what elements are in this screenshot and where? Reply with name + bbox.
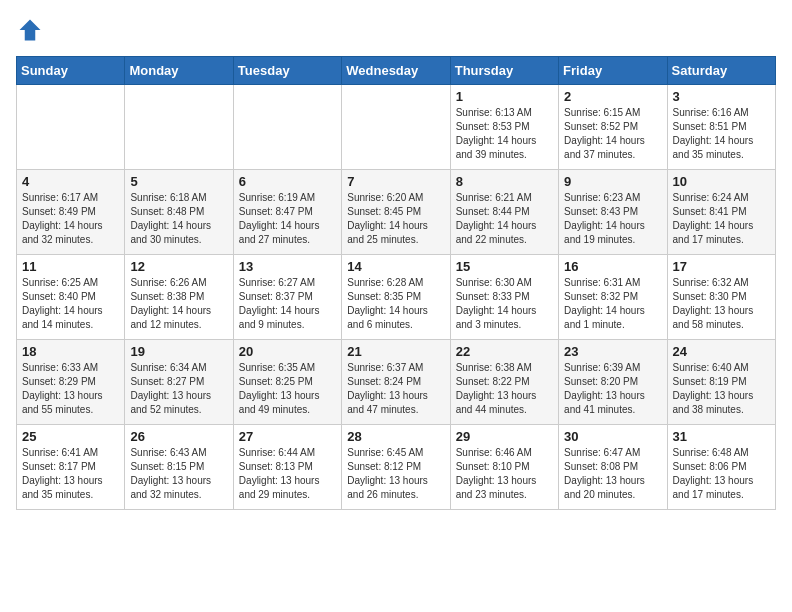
calendar-cell: 6Sunrise: 6:19 AM Sunset: 8:47 PM Daylig… [233,170,341,255]
calendar-cell: 19Sunrise: 6:34 AM Sunset: 8:27 PM Dayli… [125,340,233,425]
day-info: Sunrise: 6:44 AM Sunset: 8:13 PM Dayligh… [239,446,336,502]
day-info: Sunrise: 6:16 AM Sunset: 8:51 PM Dayligh… [673,106,770,162]
week-row-4: 18Sunrise: 6:33 AM Sunset: 8:29 PM Dayli… [17,340,776,425]
calendar-cell: 20Sunrise: 6:35 AM Sunset: 8:25 PM Dayli… [233,340,341,425]
logo-icon [16,16,44,44]
calendar-cell [17,85,125,170]
calendar-cell: 16Sunrise: 6:31 AM Sunset: 8:32 PM Dayli… [559,255,667,340]
calendar-cell: 15Sunrise: 6:30 AM Sunset: 8:33 PM Dayli… [450,255,558,340]
calendar-cell: 5Sunrise: 6:18 AM Sunset: 8:48 PM Daylig… [125,170,233,255]
calendar-cell: 28Sunrise: 6:45 AM Sunset: 8:12 PM Dayli… [342,425,450,510]
day-info: Sunrise: 6:32 AM Sunset: 8:30 PM Dayligh… [673,276,770,332]
day-number: 22 [456,344,553,359]
calendar-cell: 21Sunrise: 6:37 AM Sunset: 8:24 PM Dayli… [342,340,450,425]
calendar-cell: 26Sunrise: 6:43 AM Sunset: 8:15 PM Dayli… [125,425,233,510]
day-info: Sunrise: 6:46 AM Sunset: 8:10 PM Dayligh… [456,446,553,502]
day-number: 13 [239,259,336,274]
calendar-cell: 14Sunrise: 6:28 AM Sunset: 8:35 PM Dayli… [342,255,450,340]
day-info: Sunrise: 6:39 AM Sunset: 8:20 PM Dayligh… [564,361,661,417]
week-row-3: 11Sunrise: 6:25 AM Sunset: 8:40 PM Dayli… [17,255,776,340]
day-info: Sunrise: 6:35 AM Sunset: 8:25 PM Dayligh… [239,361,336,417]
day-number: 16 [564,259,661,274]
header-wednesday: Wednesday [342,57,450,85]
calendar-body: 1Sunrise: 6:13 AM Sunset: 8:53 PM Daylig… [17,85,776,510]
day-info: Sunrise: 6:33 AM Sunset: 8:29 PM Dayligh… [22,361,119,417]
day-info: Sunrise: 6:24 AM Sunset: 8:41 PM Dayligh… [673,191,770,247]
day-info: Sunrise: 6:15 AM Sunset: 8:52 PM Dayligh… [564,106,661,162]
calendar-cell: 2Sunrise: 6:15 AM Sunset: 8:52 PM Daylig… [559,85,667,170]
day-number: 11 [22,259,119,274]
day-info: Sunrise: 6:34 AM Sunset: 8:27 PM Dayligh… [130,361,227,417]
page-header [16,16,776,44]
header-row: SundayMondayTuesdayWednesdayThursdayFrid… [17,57,776,85]
day-info: Sunrise: 6:25 AM Sunset: 8:40 PM Dayligh… [22,276,119,332]
day-number: 20 [239,344,336,359]
day-number: 31 [673,429,770,444]
header-saturday: Saturday [667,57,775,85]
week-row-1: 1Sunrise: 6:13 AM Sunset: 8:53 PM Daylig… [17,85,776,170]
calendar-cell: 12Sunrise: 6:26 AM Sunset: 8:38 PM Dayli… [125,255,233,340]
day-number: 26 [130,429,227,444]
day-number: 2 [564,89,661,104]
day-number: 21 [347,344,444,359]
day-number: 30 [564,429,661,444]
week-row-5: 25Sunrise: 6:41 AM Sunset: 8:17 PM Dayli… [17,425,776,510]
day-number: 9 [564,174,661,189]
calendar-cell: 31Sunrise: 6:48 AM Sunset: 8:06 PM Dayli… [667,425,775,510]
day-number: 6 [239,174,336,189]
calendar-cell [342,85,450,170]
day-number: 25 [22,429,119,444]
day-info: Sunrise: 6:37 AM Sunset: 8:24 PM Dayligh… [347,361,444,417]
svg-marker-0 [20,20,41,41]
day-info: Sunrise: 6:13 AM Sunset: 8:53 PM Dayligh… [456,106,553,162]
day-number: 24 [673,344,770,359]
day-info: Sunrise: 6:17 AM Sunset: 8:49 PM Dayligh… [22,191,119,247]
day-number: 29 [456,429,553,444]
header-thursday: Thursday [450,57,558,85]
day-info: Sunrise: 6:48 AM Sunset: 8:06 PM Dayligh… [673,446,770,502]
day-number: 23 [564,344,661,359]
calendar-header: SundayMondayTuesdayWednesdayThursdayFrid… [17,57,776,85]
day-info: Sunrise: 6:47 AM Sunset: 8:08 PM Dayligh… [564,446,661,502]
calendar-cell: 17Sunrise: 6:32 AM Sunset: 8:30 PM Dayli… [667,255,775,340]
day-number: 14 [347,259,444,274]
day-info: Sunrise: 6:40 AM Sunset: 8:19 PM Dayligh… [673,361,770,417]
calendar-cell: 10Sunrise: 6:24 AM Sunset: 8:41 PM Dayli… [667,170,775,255]
day-info: Sunrise: 6:41 AM Sunset: 8:17 PM Dayligh… [22,446,119,502]
calendar-table: SundayMondayTuesdayWednesdayThursdayFrid… [16,56,776,510]
calendar-cell [233,85,341,170]
day-info: Sunrise: 6:21 AM Sunset: 8:44 PM Dayligh… [456,191,553,247]
day-number: 28 [347,429,444,444]
day-number: 7 [347,174,444,189]
day-info: Sunrise: 6:38 AM Sunset: 8:22 PM Dayligh… [456,361,553,417]
day-info: Sunrise: 6:28 AM Sunset: 8:35 PM Dayligh… [347,276,444,332]
day-number: 10 [673,174,770,189]
header-tuesday: Tuesday [233,57,341,85]
calendar-cell: 22Sunrise: 6:38 AM Sunset: 8:22 PM Dayli… [450,340,558,425]
header-monday: Monday [125,57,233,85]
day-info: Sunrise: 6:19 AM Sunset: 8:47 PM Dayligh… [239,191,336,247]
calendar-cell: 30Sunrise: 6:47 AM Sunset: 8:08 PM Dayli… [559,425,667,510]
calendar-cell: 18Sunrise: 6:33 AM Sunset: 8:29 PM Dayli… [17,340,125,425]
day-number: 4 [22,174,119,189]
day-number: 17 [673,259,770,274]
day-info: Sunrise: 6:23 AM Sunset: 8:43 PM Dayligh… [564,191,661,247]
day-info: Sunrise: 6:31 AM Sunset: 8:32 PM Dayligh… [564,276,661,332]
calendar-cell: 24Sunrise: 6:40 AM Sunset: 8:19 PM Dayli… [667,340,775,425]
week-row-2: 4Sunrise: 6:17 AM Sunset: 8:49 PM Daylig… [17,170,776,255]
calendar-cell: 4Sunrise: 6:17 AM Sunset: 8:49 PM Daylig… [17,170,125,255]
calendar-cell: 3Sunrise: 6:16 AM Sunset: 8:51 PM Daylig… [667,85,775,170]
header-friday: Friday [559,57,667,85]
day-number: 12 [130,259,227,274]
day-info: Sunrise: 6:26 AM Sunset: 8:38 PM Dayligh… [130,276,227,332]
calendar-cell: 8Sunrise: 6:21 AM Sunset: 8:44 PM Daylig… [450,170,558,255]
day-number: 1 [456,89,553,104]
day-info: Sunrise: 6:45 AM Sunset: 8:12 PM Dayligh… [347,446,444,502]
calendar-cell: 27Sunrise: 6:44 AM Sunset: 8:13 PM Dayli… [233,425,341,510]
day-number: 3 [673,89,770,104]
calendar-cell [125,85,233,170]
day-number: 5 [130,174,227,189]
calendar-cell: 13Sunrise: 6:27 AM Sunset: 8:37 PM Dayli… [233,255,341,340]
header-sunday: Sunday [17,57,125,85]
calendar-cell: 9Sunrise: 6:23 AM Sunset: 8:43 PM Daylig… [559,170,667,255]
